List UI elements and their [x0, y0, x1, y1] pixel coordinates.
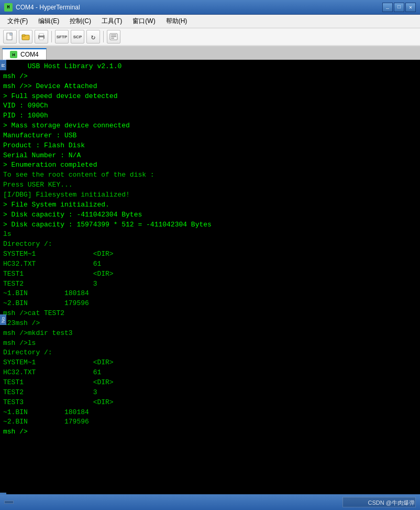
tab-bar: H COM4 [0, 46, 420, 60]
svg-rect-3 [22, 35, 25, 36]
terminal-line: HC32.TXT 61 [3, 259, 417, 269]
terminal-line: ~2.BIN 179596 [3, 417, 417, 427]
window-title: COM4 - HyperTerminal [16, 4, 379, 11]
terminal-line: Manufacturer : USB [3, 131, 417, 141]
terminal-line: Product : Flash Disk [3, 141, 417, 151]
menu-tools[interactable]: 工具(T) [96, 15, 127, 27]
terminal-line: > Disk capacity : -411042304 Bytes [3, 210, 417, 220]
tab-icon: H [10, 51, 17, 58]
terminal-line: > Mass storage device connected [3, 121, 417, 131]
menu-edit[interactable]: 编辑(E) [33, 15, 64, 27]
toolbar-sftp-button[interactable]: SFTP [55, 30, 69, 44]
close-button[interactable]: ✕ [405, 3, 416, 12]
terminal-line: ~2.BIN 179596 [3, 299, 417, 309]
terminal-line: Directory /: [3, 240, 417, 249]
left-label-r[interactable]: R [0, 60, 6, 70]
toolbar-print-button[interactable] [35, 30, 48, 44]
toolbar-sep1 [51, 31, 52, 42]
terminal-line: SYSTEM~1 <DIR> [3, 358, 417, 368]
toolbar-refresh-button[interactable]: ↻ [86, 30, 100, 44]
terminal-line: TEST2 3 [3, 279, 417, 289]
terminal-line: USB Host Library v2.1.0 [3, 62, 417, 72]
tab-com4[interactable]: H COM4 [2, 48, 47, 60]
toolbar-new-button[interactable] [3, 30, 17, 44]
menu-help[interactable]: 帮助(H) [161, 15, 193, 27]
terminal-line: ~1.BIN 180184 [3, 289, 417, 299]
status-bar: CSDN @牛肉爆弹 [0, 494, 420, 510]
terminal-line: Directory /: [3, 348, 417, 358]
menu-control[interactable]: 控制(C) [64, 15, 96, 27]
terminal-line: msh />mkdir test3 [3, 329, 417, 339]
terminal-line: SYSTEM~1 <DIR> [3, 249, 417, 259]
terminal-line: TEST3 <DIR> [3, 398, 417, 408]
menu-file[interactable]: 文件(F) [2, 15, 33, 27]
left-labels: R [0, 60, 6, 70]
terminal-line: [I/DBG] Filesystem initialized! [3, 190, 417, 200]
menu-window[interactable]: 窗口(W) [127, 15, 160, 27]
terminal-line: Press USER KEY... [3, 180, 417, 190]
svg-rect-6 [39, 34, 43, 36]
terminal-line: msh />cat TEST2 [3, 309, 417, 319]
terminal-line: TEST1 <DIR> [3, 378, 417, 388]
terminal-line: VID : 090Ch [3, 101, 417, 111]
terminal-line: > Disk capacity : 15974399 * 512 = -4110… [3, 220, 417, 230]
terminal-line: TEST2 3 [3, 388, 417, 398]
terminal-line: > Full speed device detected [3, 92, 417, 102]
title-bar: H COM4 - HyperTerminal _ □ ✕ [0, 0, 420, 15]
maximize-button[interactable]: □ [394, 3, 404, 12]
svg-rect-1 [10, 33, 12, 35]
status-segment-1 [4, 501, 14, 504]
toolbar-sep2 [103, 31, 104, 42]
toolbar-open-button[interactable] [19, 30, 32, 44]
terminal-line: msh />> Device Attached [3, 82, 417, 92]
terminal-line: Serial Number : N/A [3, 151, 417, 161]
terminal-output[interactable]: USB Host Library v2.1.0msh />msh />> Dev… [0, 60, 420, 494]
menu-bar: 文件(F) 编辑(E) 控制(C) 工具(T) 窗口(W) 帮助(H) [0, 15, 420, 28]
watermark: CSDN @牛肉爆弹 [368, 499, 415, 507]
svg-rect-8 [111, 35, 116, 36]
toolbar: SFTP SCP ↻ [0, 28, 420, 46]
terminal-line: ~1.BIN 180184 [3, 408, 417, 418]
minimize-button[interactable]: _ [382, 3, 393, 12]
terminal-line: > Enumeration completed [3, 160, 417, 170]
svg-rect-9 [111, 36, 116, 37]
left-label-no[interactable]: No [0, 314, 6, 325]
terminal-line: msh />ls [3, 339, 417, 349]
terminal-line: msh /> [3, 427, 417, 437]
svg-rect-10 [111, 38, 114, 39]
terminal-line: > File System initialized. [3, 200, 417, 210]
terminal-line: HC32.TXT 61 [3, 368, 417, 378]
terminal-line: TEST1 <DIR> [3, 269, 417, 279]
terminal-line: To see the root content of the disk : [3, 170, 417, 180]
terminal-line: PID : 1000h [3, 111, 417, 121]
left-labels-2: No [0, 314, 6, 325]
svg-rect-5 [39, 37, 43, 40]
terminal-line: ls [3, 230, 417, 240]
terminal-line: msh /> [3, 72, 417, 82]
app-icon: H [4, 3, 13, 12]
toolbar-scp-button[interactable]: SCP [71, 30, 84, 44]
toolbar-properties-button[interactable] [107, 30, 120, 44]
terminal-line: 123msh /> [3, 319, 417, 329]
window-controls: _ □ ✕ [382, 3, 416, 12]
